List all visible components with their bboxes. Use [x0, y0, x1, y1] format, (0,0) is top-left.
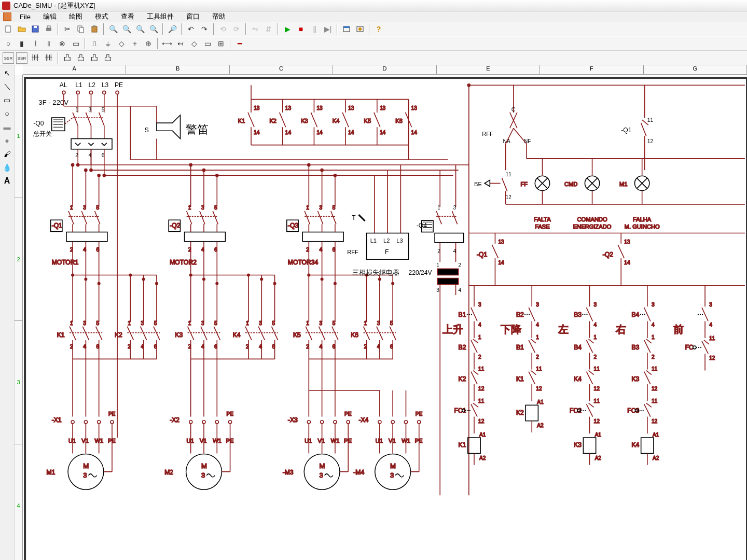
- rotate-left-icon[interactable]: ⟲: [217, 23, 229, 35]
- undo-icon[interactable]: ↶: [185, 23, 197, 35]
- dim3-icon[interactable]: ◇: [188, 38, 200, 49]
- menu-view[interactable]: 查看: [115, 11, 141, 22]
- svg-point-350: [378, 421, 381, 424]
- stop-icon[interactable]: ■: [295, 23, 307, 35]
- svg-text:A1: A1: [537, 399, 544, 405]
- lamp-icon[interactable]: ⊗: [57, 38, 68, 49]
- thru-icon[interactable]: ⊕: [143, 38, 154, 49]
- node-icon[interactable]: ◇: [116, 38, 127, 49]
- settings-icon[interactable]: [354, 23, 366, 35]
- mirror-v-icon[interactable]: ⇵: [263, 23, 274, 35]
- ssr2-icon[interactable]: SSR: [16, 52, 27, 64]
- window-icon[interactable]: [341, 23, 352, 35]
- rotate-right-icon[interactable]: ⟳: [231, 23, 242, 35]
- text-icon[interactable]: A: [2, 175, 13, 187]
- play-icon[interactable]: ▶: [282, 23, 293, 35]
- zoom-fit-icon[interactable]: 🔍: [134, 23, 146, 35]
- schematic-drawing[interactable]: AL L1 L2 L3 PE 3F - 220V -Q0 总开关 135: [23, 75, 747, 560]
- rect-icon[interactable]: ▭: [2, 94, 13, 106]
- line-icon[interactable]: ＼: [2, 81, 13, 92]
- ct1-icon[interactable]: 凸: [62, 52, 73, 64]
- ct3-icon[interactable]: 凸: [89, 52, 100, 64]
- ct2-icon[interactable]: 凸: [75, 52, 87, 64]
- svg-point-104: [72, 164, 74, 166]
- menu-edit[interactable]: 编辑: [37, 11, 63, 22]
- svg-text:1: 1: [536, 334, 539, 340]
- canvas[interactable]: A B C D E F G 1 2 3 4 AL L1 L2: [15, 65, 747, 560]
- zoom-window-icon[interactable]: 🔍: [148, 23, 159, 35]
- toolbar-components-1: ○ ▮ ⌇ ⦀ ⊗ ▭ ⎍ ⏚ ◇ + ⊕ ⟷ ↤ ◇ ▭ ⊞ ━: [0, 36, 747, 51]
- svg-text:14: 14: [348, 130, 354, 135]
- svg-text:BE: BE: [474, 181, 482, 187]
- copy-icon[interactable]: [75, 23, 87, 35]
- open-icon[interactable]: [16, 23, 27, 35]
- window-title: CADe_SIMU - [起重机XYZ]: [13, 1, 95, 10]
- menu-window[interactable]: 窗口: [180, 11, 206, 22]
- find-icon[interactable]: 🔎: [167, 23, 178, 35]
- svg-point-22: [103, 91, 106, 94]
- svg-text:B4: B4: [631, 311, 639, 318]
- svg-text:3: 3: [83, 471, 87, 479]
- new-icon[interactable]: [3, 23, 14, 35]
- cross-icon[interactable]: +: [129, 38, 141, 49]
- svg-text:3: 3: [83, 205, 86, 211]
- svg-line-474: [473, 371, 478, 375]
- terminal-icon[interactable]: ○: [3, 38, 14, 49]
- svg-text:K2: K2: [115, 331, 122, 339]
- svg-text:3: 3: [709, 302, 712, 307]
- menu-mode[interactable]: 模式: [89, 11, 115, 22]
- paint-icon[interactable]: 🖌: [2, 148, 13, 160]
- cut-icon[interactable]: ✂: [62, 23, 73, 35]
- svg-text:V1: V1: [389, 438, 396, 444]
- print-icon[interactable]: [43, 23, 54, 35]
- menu-help[interactable]: 帮助: [206, 11, 232, 22]
- contact-no-icon[interactable]: ⌇: [30, 38, 41, 49]
- svg-text:PE: PE: [416, 411, 423, 417]
- pointer-icon[interactable]: ↖: [2, 67, 13, 79]
- dim5-icon[interactable]: ⊞: [215, 38, 227, 49]
- comb1-icon[interactable]: 卌: [30, 52, 41, 64]
- svg-text:5: 5: [333, 320, 336, 326]
- box-icon[interactable]: ▭: [70, 38, 81, 49]
- redo-icon[interactable]: ↷: [199, 23, 210, 35]
- junction-icon[interactable]: ⎍: [89, 38, 100, 49]
- svg-text:6: 6: [102, 152, 105, 158]
- ssr1-icon[interactable]: SSR: [3, 52, 14, 64]
- dropper-icon[interactable]: 💧: [2, 162, 13, 173]
- fellipse-icon[interactable]: ●: [2, 135, 13, 146]
- dim4-icon[interactable]: ▭: [202, 38, 213, 49]
- zoom-out-icon[interactable]: 🔍: [121, 23, 132, 35]
- menu-tools[interactable]: 工具组件: [141, 11, 180, 22]
- help-icon[interactable]: ?: [373, 23, 384, 35]
- save-icon[interactable]: [30, 23, 41, 35]
- paste-icon[interactable]: [89, 23, 100, 35]
- svg-text:1: 1: [70, 320, 73, 326]
- comb2-icon[interactable]: 卌: [43, 52, 54, 64]
- svg-rect-399: [437, 269, 458, 275]
- mirror-h-icon[interactable]: ⇋: [250, 23, 261, 35]
- pause-icon[interactable]: ‖: [309, 23, 320, 35]
- menu-file[interactable]: File: [13, 12, 37, 21]
- svg-text:12: 12: [594, 386, 600, 391]
- ct4-icon[interactable]: 凸: [102, 52, 114, 64]
- wire-icon[interactable]: ━: [234, 38, 245, 49]
- ellipse-icon[interactable]: ○: [2, 108, 13, 119]
- dim2-icon[interactable]: ↤: [175, 38, 186, 49]
- zoom-in-icon[interactable]: 🔍: [107, 23, 119, 35]
- svg-text:M2: M2: [164, 469, 173, 476]
- svg-text:B1: B1: [516, 344, 524, 351]
- svg-line-503: [531, 371, 536, 375]
- step-icon[interactable]: ▶|: [322, 23, 334, 35]
- svg-text:FF: FF: [521, 181, 528, 187]
- menu-draw[interactable]: 绘图: [63, 11, 89, 22]
- svg-text:5: 5: [272, 320, 275, 326]
- ruler-row: 4: [15, 444, 22, 561]
- ground-icon[interactable]: ⏚: [102, 38, 114, 49]
- contact-nc-icon[interactable]: ⦀: [43, 38, 54, 49]
- frect-icon[interactable]: ▬: [2, 121, 13, 133]
- svg-point-211: [273, 282, 275, 284]
- svg-text:NF: NF: [524, 138, 531, 144]
- component-icon[interactable]: ▮: [16, 38, 27, 49]
- dim-icon[interactable]: ⟷: [161, 38, 173, 49]
- svg-text:11: 11: [506, 172, 512, 177]
